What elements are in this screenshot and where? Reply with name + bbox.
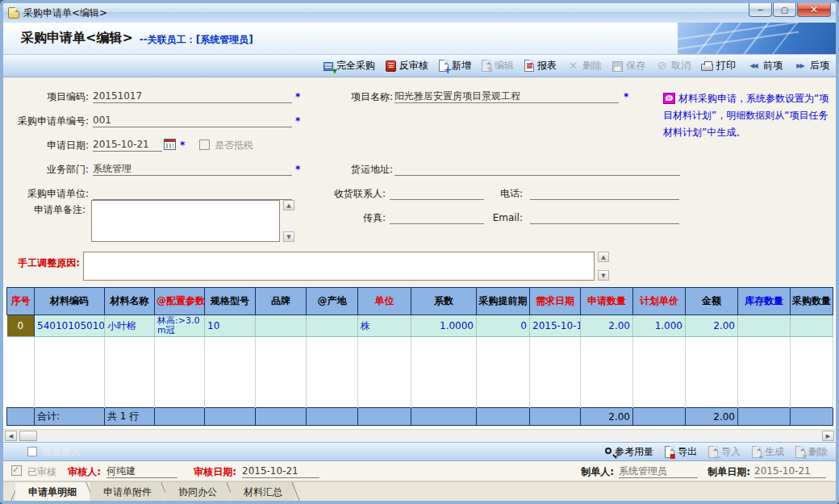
- cell-lead-time[interactable]: 0: [477, 315, 530, 337]
- manual-reason-label: 手工调整原因:: [3, 256, 80, 269]
- totals-amount: 2.00: [686, 408, 738, 426]
- manual-reason-textarea[interactable]: [83, 252, 595, 281]
- make-date-label: 制单日期:: [702, 465, 750, 478]
- remark-textarea[interactable]: [91, 200, 280, 242]
- prev-item-button[interactable]: ◀◀前项: [746, 59, 783, 73]
- cell-material-name[interactable]: 小叶榕: [105, 315, 155, 337]
- cell-origin[interactable]: [307, 315, 358, 337]
- cell-seq[interactable]: 0: [7, 315, 35, 337]
- batch-entry-checkbox[interactable]: [27, 447, 37, 456]
- cell-apply-qty[interactable]: 2.00: [581, 315, 633, 337]
- scroll-down-button[interactable]: ▼: [283, 231, 294, 242]
- reference-usage-button[interactable]: 参考用量: [605, 445, 653, 459]
- save-icon: [612, 61, 623, 72]
- auditor-field: 何纯建: [106, 464, 177, 478]
- apply-date-field[interactable]: 2015-10-21: [93, 138, 162, 152]
- print-button[interactable]: 打印: [701, 59, 736, 73]
- header-decoration-image: [678, 23, 836, 54]
- calendar-icon[interactable]: [164, 139, 176, 150]
- edit-button[interactable]: 编辑: [482, 59, 514, 73]
- col-spec-model[interactable]: 规格型号: [205, 288, 256, 315]
- apply-date-required: *: [180, 138, 185, 151]
- cell-material-code[interactable]: 540101050100007: [35, 315, 105, 337]
- receiver-field[interactable]: [390, 186, 484, 200]
- request-unit-field[interactable]: [93, 186, 292, 200]
- next-item-button[interactable]: ▶▶后项: [793, 59, 829, 73]
- add-icon: [439, 60, 449, 72]
- batch-entry-checkbox-group[interactable]: 批量录入: [27, 445, 81, 459]
- save-button[interactable]: 保存: [612, 59, 645, 73]
- tax-checkbox-label: 是否抵税: [215, 139, 253, 152]
- tab-material-summary[interactable]: 材料汇总: [231, 482, 295, 501]
- project-name-field[interactable]: 阳光雅居安置房项目景观工程: [394, 90, 619, 103]
- col-plan-price[interactable]: 计划单价: [633, 288, 686, 315]
- cell-purchase-qty[interactable]: [791, 315, 833, 337]
- col-amount[interactable]: 金额: [686, 288, 738, 315]
- department-field[interactable]: 系统管理: [93, 162, 292, 176]
- email-label: Email:: [486, 211, 523, 224]
- full-purchase-button[interactable]: 完全采购: [323, 59, 375, 73]
- audited-checkbox[interactable]: [11, 465, 22, 476]
- col-apply-qty[interactable]: 申请数量: [581, 288, 633, 315]
- phone-field[interactable]: [530, 186, 679, 200]
- cell-coefficient[interactable]: 1.0000: [411, 315, 477, 337]
- email-field[interactable]: [530, 210, 679, 224]
- project-code-label: 项目编码:: [3, 90, 89, 103]
- cell-unit[interactable]: 株: [358, 315, 411, 337]
- col-stock-qty[interactable]: 库存数量: [738, 288, 791, 315]
- col-purchase-qty[interactable]: 采购数量: [791, 288, 833, 315]
- anti-audit-button[interactable]: 反审核: [386, 59, 428, 73]
- project-code-field[interactable]: 20151017: [93, 90, 292, 103]
- grid-horizontal-scrollbar[interactable]: ◀ ▶: [3, 429, 836, 442]
- export-icon: [665, 446, 674, 458]
- delete-button[interactable]: ✕删除: [567, 59, 602, 73]
- cancel-button[interactable]: ⊘取消: [656, 59, 691, 73]
- fax-label: 传真:: [328, 211, 386, 224]
- tab-request-attachment[interactable]: 申请单附件: [90, 482, 165, 501]
- cell-brand[interactable]: [256, 315, 307, 337]
- cell-need-date[interactable]: 2015-10-19: [530, 315, 581, 337]
- col-lead-time[interactable]: 采购提前期: [477, 288, 530, 315]
- scroll-up-button[interactable]: ▲: [598, 252, 609, 262]
- scrollbar-thumb[interactable]: [19, 431, 37, 441]
- grid-delete-button[interactable]: 删除: [795, 445, 828, 459]
- col-unit[interactable]: 单位: [358, 288, 411, 315]
- grid-header-row: 序号 材料编码 材料名称 @配置参数 规格型号 品牌 @产地 单位 系数 采购提…: [7, 288, 833, 315]
- request-no-field[interactable]: 001: [93, 114, 292, 127]
- request-unit-label: 采购申请单位:: [3, 187, 89, 200]
- col-need-date[interactable]: 需求日期: [530, 288, 581, 315]
- table-row[interactable]: 0 540101050100007 小叶榕 林高:>3.0m冠 10 株 1.0…: [7, 315, 833, 337]
- import-button[interactable]: 导入: [708, 445, 741, 459]
- scroll-right-button[interactable]: ▶: [822, 431, 834, 441]
- col-config-params[interactable]: @配置参数: [155, 288, 205, 315]
- import-icon: [708, 446, 718, 458]
- tab-request-detail[interactable]: 申请单明细: [15, 482, 90, 501]
- fax-field[interactable]: [390, 210, 484, 224]
- tax-checkbox[interactable]: [199, 140, 210, 150]
- tab-collaboration[interactable]: 协同办公: [165, 482, 230, 501]
- cell-stock-qty[interactable]: [738, 315, 791, 337]
- totals-apply-qty: 2.00: [581, 408, 633, 426]
- scroll-left-button[interactable]: ◀: [5, 431, 17, 441]
- col-brand[interactable]: 品牌: [256, 288, 307, 315]
- scroll-up-button[interactable]: ▲: [283, 200, 294, 210]
- minimize-button[interactable]: ─: [749, 3, 772, 17]
- freight-address-field[interactable]: [394, 162, 680, 176]
- scroll-down-button[interactable]: ▼: [598, 270, 609, 281]
- col-seq[interactable]: 序号: [7, 288, 35, 315]
- cell-spec-model[interactable]: 10: [205, 315, 256, 337]
- export-button[interactable]: 导出: [665, 445, 697, 459]
- add-button[interactable]: 新增: [439, 59, 471, 73]
- main-toolbar: 完全采购 反审核 新增 编辑 报表 ✕删除 保存 ⊘取消 打印 ◀◀前项 ▶▶后…: [3, 55, 836, 77]
- cell-config-params[interactable]: 林高:>3.0m冠: [155, 315, 205, 337]
- col-origin[interactable]: @产地: [307, 288, 358, 315]
- report-button[interactable]: 报表: [524, 59, 557, 73]
- generate-button[interactable]: 生成: [752, 445, 784, 459]
- col-coefficient[interactable]: 系数: [411, 288, 477, 315]
- col-material-name[interactable]: 材料名称: [105, 288, 155, 315]
- cell-plan-price[interactable]: 1.000: [633, 315, 686, 337]
- maximize-button[interactable]: ▢: [773, 3, 796, 17]
- cell-amount[interactable]: 2.00: [686, 315, 738, 337]
- col-material-code[interactable]: 材料编码: [35, 288, 105, 315]
- close-button[interactable]: ✕: [797, 3, 831, 17]
